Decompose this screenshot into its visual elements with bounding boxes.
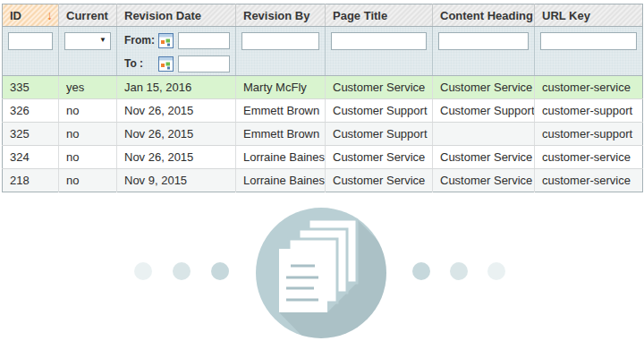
cell-revision-date: Nov 26, 2015 xyxy=(117,99,236,123)
cell-id: 335 xyxy=(3,76,59,99)
column-header-content-heading[interactable]: Content Heading xyxy=(433,4,535,27)
cell-current: yes xyxy=(59,76,117,99)
cell-page-title: Customer Service xyxy=(326,76,433,99)
cell-content-heading: Customer Service xyxy=(433,169,535,192)
date-from-label: From: xyxy=(124,34,158,47)
revisions-grid-page: ID ↓ Current Revision Date Revision By P… xyxy=(0,0,644,358)
page-title-filter-input[interactable] xyxy=(331,32,427,50)
documents-illustration xyxy=(0,190,644,358)
table-row[interactable]: 325 no Nov 26, 2015 Emmett Brown Custome… xyxy=(3,123,643,146)
column-header-revision-date[interactable]: Revision Date xyxy=(117,4,236,27)
cell-revision-by: Emmett Brown xyxy=(236,123,326,146)
cell-revision-date: Nov 26, 2015 xyxy=(117,123,236,146)
dot-trail-left xyxy=(134,262,229,280)
sort-desc-icon: ↓ xyxy=(47,9,55,21)
cell-page-title: Customer Service xyxy=(326,146,433,169)
column-header-url-key[interactable]: URL Key xyxy=(535,4,643,27)
cell-url-key: customer-service xyxy=(535,169,643,192)
cell-url-key: customer-service xyxy=(535,76,643,99)
cell-revision-by: Emmett Brown xyxy=(236,99,326,123)
cell-current: no xyxy=(59,146,117,169)
column-header-id[interactable]: ID ↓ xyxy=(3,4,59,27)
cell-revision-by: Lorraine Baines xyxy=(236,169,326,192)
content-heading-filter-input[interactable] xyxy=(438,32,529,50)
table-row[interactable]: 335 yes Jan 15, 2016 Marty McFly Custome… xyxy=(3,76,643,99)
column-header-current[interactable]: Current xyxy=(59,4,117,27)
chevron-down-icon: ▼ xyxy=(99,37,106,44)
cell-content-heading: Customer Service xyxy=(433,146,535,169)
table-body: 335 yes Jan 15, 2016 Marty McFly Custome… xyxy=(3,76,643,192)
column-header-revision-by[interactable]: Revision By xyxy=(236,4,326,27)
column-header-page-title[interactable]: Page Title xyxy=(326,4,433,27)
dot xyxy=(134,262,152,280)
dot xyxy=(450,262,468,280)
cell-id: 326 xyxy=(3,99,59,123)
header-row: ID ↓ Current Revision Date Revision By P… xyxy=(3,4,643,27)
date-to-label: To : xyxy=(124,57,158,70)
dot xyxy=(173,262,191,280)
column-label: ID xyxy=(10,9,21,22)
cell-current: no xyxy=(59,123,117,146)
cell-revision-by: Lorraine Baines xyxy=(236,146,326,169)
date-to-input[interactable] xyxy=(178,55,230,72)
filter-row: ▼ From: xyxy=(3,27,643,76)
table-row[interactable]: 324 no Nov 26, 2015 Lorraine Baines Cust… xyxy=(3,146,643,169)
cell-revision-date: Nov 9, 2015 xyxy=(117,169,236,192)
cell-current: no xyxy=(59,99,117,123)
cell-content-heading xyxy=(433,123,535,146)
cell-id: 324 xyxy=(3,146,59,169)
table-row[interactable]: 218 no Nov 9, 2015 Lorraine Baines Custo… xyxy=(3,169,643,192)
cell-url-key: customer-support xyxy=(535,99,643,123)
cell-url-key: customer-support xyxy=(535,123,643,146)
cell-revision-date: Nov 26, 2015 xyxy=(117,146,236,169)
cell-page-title: Customer Support xyxy=(326,123,433,146)
table-row[interactable]: 326 no Nov 26, 2015 Emmett Brown Custome… xyxy=(3,99,643,123)
revisions-table: ID ↓ Current Revision Date Revision By P… xyxy=(2,4,643,192)
dot xyxy=(211,262,229,280)
cell-page-title: Customer Support xyxy=(326,99,433,123)
cell-id: 325 xyxy=(3,123,59,146)
cell-url-key: customer-service xyxy=(535,146,643,169)
cell-current: no xyxy=(59,169,117,192)
id-filter-input[interactable] xyxy=(8,32,53,50)
url-key-filter-input[interactable] xyxy=(540,32,637,50)
cell-id: 218 xyxy=(3,169,59,192)
cell-revision-by: Marty McFly xyxy=(236,76,326,99)
cell-revision-date: Jan 15, 2016 xyxy=(117,76,236,99)
date-from-input[interactable] xyxy=(178,32,230,49)
calendar-icon[interactable] xyxy=(158,56,174,72)
revision-by-filter-input[interactable] xyxy=(242,32,319,50)
dot-trail-right xyxy=(412,262,505,280)
current-filter-select[interactable]: ▼ xyxy=(64,32,111,50)
cell-content-heading: Customer Support xyxy=(433,99,535,123)
dot xyxy=(487,262,505,280)
calendar-icon[interactable] xyxy=(158,33,174,48)
cell-page-title: Customer Service xyxy=(326,169,433,192)
dot xyxy=(412,262,430,280)
cell-content-heading: Customer Service xyxy=(433,76,535,99)
